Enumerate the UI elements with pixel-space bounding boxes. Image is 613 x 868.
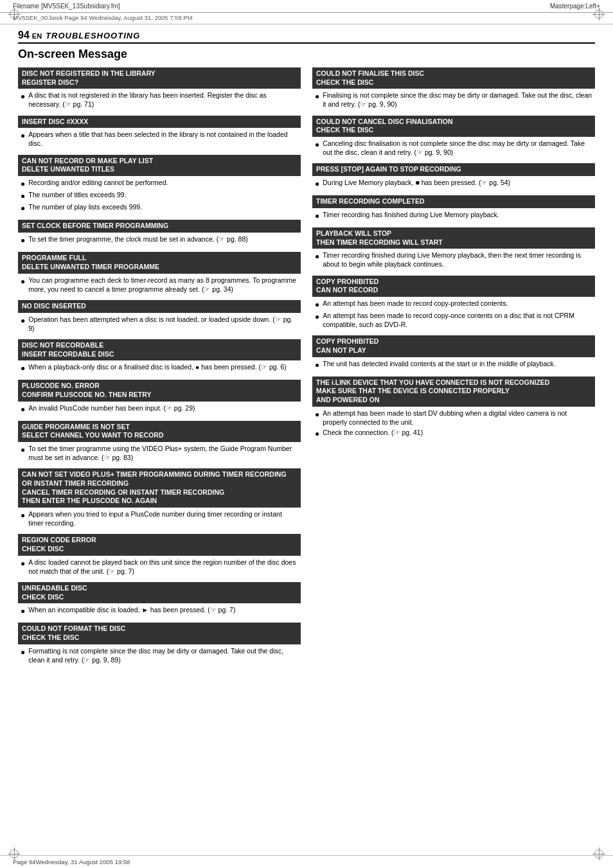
- bullet-text: The unit has detected invalid contents a…: [323, 359, 592, 368]
- bottom-bar: Page 94Wednesday, 31 August 2005 19:58: [0, 855, 613, 868]
- bullet-icon: ●: [315, 251, 319, 261]
- bullet-text: The number of play lists exceeds 999.: [28, 202, 298, 211]
- msg-body-can-not-record: ●Recording and/or editing cannot be perf…: [18, 178, 301, 217]
- bullet-item: ●To set the timer programme using the VI…: [21, 444, 298, 462]
- bullet-icon: ●: [21, 203, 25, 213]
- bullet-item: ●Operation has been attempted when a dis…: [21, 315, 298, 333]
- msg-block-ilink-device: THE i.LINK DEVICE THAT YOU HAVE CONNECTE…: [312, 376, 595, 441]
- bullet-text: An invalid PlusCode number has been inpu…: [28, 403, 298, 412]
- bullet-item: ●Appears when you tried to input a PlusC…: [21, 509, 298, 527]
- bullet-icon: ●: [21, 647, 25, 657]
- content-area: 94 EN TROUBLESHOOTING On-screen Message …: [0, 24, 613, 684]
- msg-block-copy-prohibited-play: COPY PROHIBITED CAN NOT PLAY●The unit ha…: [312, 335, 595, 372]
- msg-body-disc-not-recordable: ●When a playback-only disc or a finalise…: [18, 362, 301, 376]
- msg-header-could-not-cancel: COULD NOT CANCEL DISC FINALISATION CHECK…: [312, 116, 595, 137]
- bullet-text: A disc that is not registered in the lib…: [28, 91, 298, 109]
- msg-header-copy-prohibited-record: COPY PROHIBITED CAN NOT RECORD: [312, 276, 595, 297]
- msg-header-ilink-device: THE i.LINK DEVICE THAT YOU HAVE CONNECTE…: [312, 376, 595, 407]
- msg-body-copy-prohibited-play: ●The unit has detected invalid contents …: [312, 359, 595, 373]
- filename-label: Filename [MV5SEK_13Subsidiary.fm]: [13, 3, 120, 10]
- msg-header-region-code-error: REGION CODE ERROR CHECK DISC: [18, 534, 301, 555]
- meta-bar: Filename [MV5SEK_13Subsidiary.fm] Master…: [0, 0, 613, 13]
- bullet-text: Canceling disc finalisation is not compl…: [323, 139, 592, 157]
- bullet-icon: ●: [21, 179, 25, 189]
- msg-block-disc-not-recordable: DISC NOT RECORDABLE INSERT RECORDABLE DI…: [18, 339, 301, 376]
- msg-block-set-clock: SET CLOCK BEFORE TIMER PROGRAMMING●To se…: [18, 220, 301, 248]
- msg-block-can-not-set-video: CAN NOT SET VIDEO PLUS+ TIMER PROGRAMMIN…: [18, 468, 301, 530]
- msg-block-copy-prohibited-record: COPY PROHIBITED CAN NOT RECORD●An attemp…: [312, 276, 595, 332]
- bullet-item: ●The number of play lists exceeds 999.: [21, 202, 298, 213]
- bullet-item: ●When an incompatible disc is loaded, ► …: [21, 605, 298, 616]
- bullet-item: ●When a playback-only disc or a finalise…: [21, 362, 298, 373]
- bullet-item: ●Recording and/or editing cannot be perf…: [21, 178, 298, 189]
- bullet-icon: ●: [315, 179, 319, 189]
- bullet-text: An attempt has been made to start DV dub…: [323, 409, 592, 427]
- bullet-text: Check the connection. (☞ pg. 41): [323, 428, 592, 437]
- bullet-item: ●Formatting is not complete since the di…: [21, 646, 298, 664]
- msg-body-guide-programme: ●To set the timer programme using the VI…: [18, 444, 301, 465]
- msg-body-region-code-error: ●A disc loaded cannot be played back on …: [18, 558, 301, 578]
- section-title: TROUBLESHOOTING: [46, 31, 140, 40]
- msg-body-could-not-format: ●Formatting is not complete since the di…: [18, 646, 301, 667]
- page-number: 94: [18, 30, 30, 41]
- bullet-text: The number of titles exceeds 99.: [28, 190, 298, 199]
- bullet-item: ●Canceling disc finalisation is not comp…: [315, 139, 592, 157]
- msg-header-set-clock: SET CLOCK BEFORE TIMER PROGRAMMING: [18, 220, 301, 233]
- bullet-icon: ●: [21, 91, 25, 102]
- msg-header-unreadable-disc: UNREADABLE DISC CHECK DISC: [18, 582, 301, 603]
- msg-header-playback-will-stop: PLAYBACK WILL STOP THEN TIMER RECORDING …: [312, 227, 595, 249]
- bullet-icon: ●: [315, 91, 319, 102]
- bullet-text: When an incompatible disc is loaded, ► h…: [28, 605, 298, 614]
- bullet-text: Timer recording finished during Live Mem…: [323, 251, 592, 269]
- msg-block-no-disc: NO DISC INSERTED●Operation has been atte…: [18, 300, 301, 335]
- msg-body-press-stop: ●During Live Memory playback, ■ has been…: [312, 178, 595, 191]
- bullet-text: Appears when a title that has been selec…: [28, 130, 298, 148]
- msg-header-pluscode-error: PLUSCODE NO. ERROR CONFIRM PLUSCODE NO. …: [18, 380, 301, 401]
- footer-text: Page 94Wednesday, 31 August 2005 19:58: [13, 858, 130, 865]
- bullet-text: Appears when you tried to input a PlusCo…: [28, 509, 298, 527]
- bullet-text: Operation has been attempted when a disc…: [28, 315, 298, 333]
- msg-body-ilink-device: ●An attempt has been made to start DV du…: [312, 409, 595, 442]
- bullet-icon: ●: [315, 211, 319, 221]
- msg-block-region-code-error: REGION CODE ERROR CHECK DISC●A disc load…: [18, 534, 301, 578]
- sub-heading: On-screen Message: [18, 48, 595, 61]
- msg-body-no-disc: ●Operation has been attempted when a dis…: [18, 315, 301, 335]
- bullet-icon: ●: [21, 130, 25, 141]
- bullet-item: ●You can programme each deck to timer-re…: [21, 276, 298, 294]
- msg-header-disc-not-recordable: DISC NOT RECORDABLE INSERT RECORDABLE DI…: [18, 339, 301, 360]
- msg-body-could-not-finalise: ●Finalising is not complete since the di…: [312, 91, 595, 111]
- msg-body-set-clock: ●To set the timer programme, the clock m…: [18, 235, 301, 248]
- bullet-text: Timer recording has finished during Live…: [323, 210, 592, 219]
- two-col-layout: DISC NOT REGISTERED IN THE LIBRARY REGIS…: [18, 67, 595, 671]
- bullet-icon: ●: [21, 404, 25, 414]
- bullet-icon: ●: [315, 429, 319, 439]
- bullet-icon: ●: [21, 276, 25, 287]
- msg-body-playback-will-stop: ●Timer recording finished during Live Me…: [312, 251, 595, 271]
- bullet-icon: ●: [21, 235, 25, 245]
- bullet-item: ●Check the connection. (☞ pg. 41): [315, 428, 592, 439]
- bullet-text: Recording and/or editing cannot be perfo…: [28, 178, 298, 187]
- bullet-item: ●Timer recording has finished during Liv…: [315, 210, 592, 221]
- bullet-icon: ●: [315, 299, 319, 310]
- bullet-text: A disc loaded cannot be played back on t…: [28, 558, 298, 576]
- msg-body-disc-not-registered: ●A disc that is not registered in the li…: [18, 91, 301, 111]
- msg-header-press-stop: PRESS [STOP] AGAIN TO STOP RECORDING: [312, 163, 595, 176]
- corner-mark-tl: [8, 8, 21, 21]
- msg-header-no-disc: NO DISC INSERTED: [18, 300, 301, 313]
- msg-block-could-not-format: COULD NOT FORMAT THE DISC CHECK THE DISC…: [18, 623, 301, 667]
- msg-header-can-not-record: CAN NOT RECORD OR MAKE PLAY LIST DELETE …: [18, 155, 301, 176]
- bullet-icon: ●: [21, 510, 25, 520]
- bullet-text: An attempt has been made to record copy-…: [323, 311, 592, 329]
- msg-block-unreadable-disc: UNREADABLE DISC CHECK DISC●When an incom…: [18, 582, 301, 619]
- page-header: 94 EN TROUBLESHOOTING: [18, 30, 595, 44]
- bullet-icon: ●: [315, 312, 319, 322]
- bullet-item: ●An attempt has been made to record copy…: [315, 311, 592, 329]
- bullet-icon: ●: [21, 315, 25, 326]
- bullet-item: ●An attempt has been made to start DV du…: [315, 409, 592, 427]
- bullet-item: ●To set the timer programme, the clock m…: [21, 235, 298, 245]
- bullet-item: ●An invalid PlusCode number has been inp…: [21, 403, 298, 414]
- msg-body-timer-recording-completed: ●Timer recording has finished during Liv…: [312, 210, 595, 224]
- msg-block-can-not-record: CAN NOT RECORD OR MAKE PLAY LIST DELETE …: [18, 155, 301, 217]
- msg-header-could-not-format: COULD NOT FORMAT THE DISC CHECK THE DISC: [18, 623, 301, 644]
- msg-body-copy-prohibited-record: ●An attempt has been made to record copy…: [312, 299, 595, 332]
